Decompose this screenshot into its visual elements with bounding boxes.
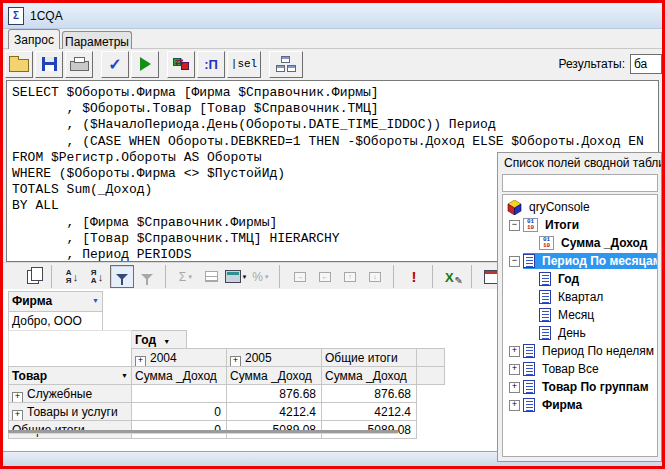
results-input[interactable]: ба — [630, 54, 662, 74]
row-header-tovary-uslugi[interactable]: +Товары и услуги — [8, 402, 132, 421]
sort-ascending-button[interactable]: АЯ↓ — [60, 265, 84, 288]
move-to-row-button[interactable]: → — [288, 265, 312, 288]
data-cell[interactable]: 876.68 — [226, 384, 322, 403]
calculator-icon — [225, 270, 241, 283]
tab-parameters[interactable]: Параметры — [62, 31, 132, 49]
title-bar[interactable]: Σ 1CQA — [3, 3, 662, 29]
print-icon — [70, 61, 89, 71]
excel-export-icon: X✎ — [445, 270, 461, 284]
list-field-icon — [523, 398, 535, 412]
tree-item-period-po-mesyacam[interactable]: − Период По месяцам — [503, 252, 657, 270]
tree-item-summa-dohod[interactable]: 0110 Сумма _Доход — [503, 234, 657, 252]
run-icon — [140, 57, 151, 71]
toolbar-separator — [261, 51, 267, 78]
calculated-field-button[interactable]: ▼ — [224, 265, 248, 288]
sync-tables-button[interactable]: ⇄ — [167, 51, 195, 78]
tree-item-mesyac[interactable]: Месяц — [503, 306, 657, 324]
list-field-icon — [523, 344, 535, 358]
show-tables-button[interactable] — [269, 51, 303, 78]
tab-query[interactable]: Запрос — [8, 29, 60, 49]
percent-icon: % — [252, 270, 263, 284]
sort-desc-icon: ЯА↓ — [91, 269, 103, 285]
expand-icon[interactable]: + — [509, 400, 520, 411]
select-text-button[interactable]: |sel — [227, 51, 261, 78]
page-field-firma[interactable]: ▼ Фирма — [8, 291, 103, 312]
tree-item-god[interactable]: Год — [503, 270, 657, 288]
list-field-icon — [523, 254, 535, 268]
toolbar-separator — [471, 265, 479, 288]
data-cell[interactable]: 4212.4 — [226, 402, 322, 421]
list-field-icon — [523, 380, 535, 394]
export-excel-button[interactable]: X✎ — [441, 265, 465, 288]
data-cell[interactable]: 4212.4 — [321, 402, 417, 421]
expand-icon[interactable]: + — [509, 364, 520, 375]
horizontal-divider — [8, 430, 398, 434]
data-cell[interactable]: 0 — [131, 402, 227, 421]
row-header-sluzhebnye[interactable]: +Служебные — [8, 384, 132, 403]
col-header-2004[interactable]: +2004 — [131, 348, 227, 367]
refresh-button[interactable]: ! — [402, 265, 426, 288]
tree-item-tovar-po-gruppam[interactable]: + Товар По группам — [503, 378, 657, 396]
pi-icon: :П — [204, 57, 218, 72]
field-list-panel[interactable]: Список полей сводной табли qryConsole − … — [497, 152, 662, 462]
page-field-value[interactable]: Добро, ООО — [8, 311, 103, 331]
save-button[interactable] — [35, 51, 63, 78]
results-label: Результаты: — [558, 57, 625, 71]
list-field-icon — [523, 362, 535, 376]
copy-button[interactable] — [21, 265, 45, 288]
selected-item[interactable]: Период По месяцам — [523, 253, 658, 269]
tree-item-itogi[interactable]: − 0110 Итоги — [503, 216, 657, 234]
col-header-grand-total[interactable]: Общие итоги — [321, 348, 417, 367]
tree-item-tovar-vse[interactable]: + Товар Все — [503, 360, 657, 378]
col-header-2005[interactable]: +2005 — [226, 348, 322, 367]
show-as-percent-button[interactable]: %▼ — [249, 265, 273, 288]
sel-icon: |sel — [231, 58, 257, 70]
toolbar-separator — [432, 265, 440, 288]
sync-tables-icon: ⇄ — [172, 57, 190, 71]
sum-icon: Σ — [179, 270, 186, 284]
list-field-icon — [539, 326, 551, 340]
toolbar-separator — [279, 265, 287, 288]
open-button[interactable] — [5, 51, 33, 78]
col-field-god[interactable]: Год ▼ — [131, 330, 187, 349]
app-window: Σ 1CQA Запрос Параметры ✓ ⇄ :П |sel Р — [0, 0, 665, 469]
data-cell[interactable] — [131, 384, 227, 403]
value-caption-2004: Сумма _Доход — [131, 366, 227, 385]
pivot-corner-blank — [8, 330, 132, 368]
tree-item-firma[interactable]: + Фирма — [503, 396, 657, 414]
results-area: Результаты: ба — [558, 49, 662, 79]
sort-descending-button[interactable]: ЯА↓ — [85, 265, 109, 288]
expand-field-button[interactable]: ↑ — [338, 265, 362, 288]
tree-item-kvartal[interactable]: Квартал — [503, 288, 657, 306]
print-button[interactable] — [65, 51, 93, 78]
copy-icon — [27, 270, 39, 284]
tree-item-period-po-nedelyam[interactable]: + Период По неделям — [503, 342, 657, 360]
field-list-title: Список полей сводной табли — [498, 153, 661, 172]
subtotal-button[interactable] — [199, 265, 223, 288]
tree-item-qryconsole[interactable]: qryConsole — [503, 198, 657, 216]
data-cell[interactable]: 876.68 — [321, 384, 417, 403]
run-query-button[interactable] — [131, 51, 159, 78]
collapse-icon[interactable]: − — [509, 220, 520, 231]
collapse-icon[interactable]: − — [509, 256, 520, 267]
check-syntax-button[interactable]: ✓ — [101, 51, 129, 78]
expand-icon[interactable]: + — [509, 382, 520, 393]
dropdown-icon[interactable]: ▼ — [121, 372, 128, 379]
move-to-column-button[interactable]: ← — [313, 265, 337, 288]
autofilter-button[interactable] — [110, 265, 134, 288]
dropdown-icon[interactable]: ▼ — [92, 297, 99, 304]
value-caption-2005: Сумма _Доход — [226, 366, 322, 385]
show-top-button[interactable] — [135, 265, 159, 288]
expand-icon[interactable]: + — [509, 346, 520, 357]
tab-strip: Запрос Параметры — [3, 28, 662, 49]
toolbar-separator — [159, 51, 165, 78]
save-icon — [42, 57, 57, 71]
field-list-tree[interactable]: qryConsole − 0110 Итоги 0110 Сумма _Дохо… — [502, 194, 658, 457]
tree-item-den[interactable]: День — [503, 324, 657, 342]
parameters-button[interactable]: :П — [197, 51, 225, 78]
collapse-field-button[interactable]: ↓ — [363, 265, 387, 288]
dropdown-icon[interactable]: ▼ — [163, 338, 170, 345]
row-field-tovar[interactable]: ▼ Товар — [8, 366, 132, 385]
cube-icon — [507, 200, 522, 215]
autocalc-button[interactable]: Σ▼ — [174, 265, 198, 288]
